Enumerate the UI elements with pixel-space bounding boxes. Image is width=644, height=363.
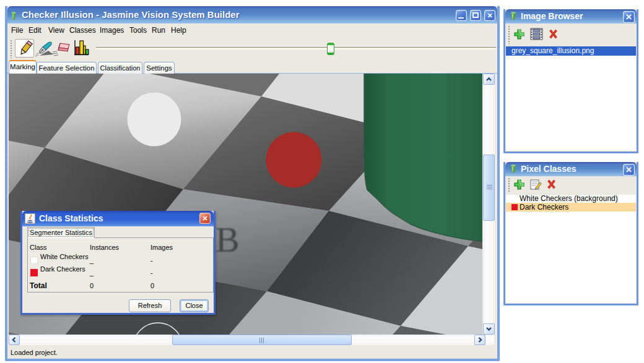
svg-text:B: B xyxy=(215,220,240,260)
